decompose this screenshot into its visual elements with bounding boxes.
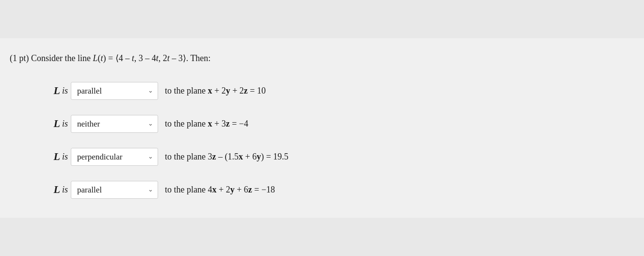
l-symbol-2: L (54, 117, 60, 130)
plane-text-2: to the plane x + 3z = −4 (165, 119, 248, 129)
l-symbol-1: L (54, 84, 60, 97)
plane-text-4: to the plane 4x + 2y + 6z = −18 (165, 185, 275, 195)
dropdown-wrapper-3[interactable]: parallel perpendicular neither ⌄ (71, 148, 158, 166)
dropdown-wrapper-4[interactable]: parallel perpendicular neither ⌄ (71, 181, 158, 199)
problem-row-1: L is parallel perpendicular neither ⌄ to… (39, 77, 625, 104)
is-text-3: is (62, 152, 68, 162)
is-text-2: is (62, 119, 68, 129)
main-container: (1 pt) Consider the line L(t) = ⟨4 – t, … (0, 38, 644, 218)
relationship-select-3[interactable]: parallel perpendicular neither (71, 148, 158, 166)
l-symbol-4: L (54, 183, 60, 196)
rows-container: L is parallel perpendicular neither ⌄ to… (10, 77, 625, 203)
l-is-label-1: L is (39, 84, 68, 97)
l-is-label-4: L is (39, 183, 68, 196)
problem-row-2: L is parallel perpendicular neither ⌄ to… (39, 110, 625, 137)
problem-row-3: L is parallel perpendicular neither ⌄ to… (39, 143, 625, 170)
relationship-select-4[interactable]: parallel perpendicular neither (71, 181, 158, 199)
l-is-label-2: L is (39, 117, 68, 130)
l-is-label-3: L is (39, 150, 68, 163)
dropdown-wrapper-2[interactable]: parallel perpendicular neither ⌄ (71, 115, 158, 133)
is-text-1: is (62, 86, 68, 96)
problem-header: (1 pt) Consider the line L(t) = ⟨4 – t, … (10, 53, 625, 64)
l-symbol-3: L (54, 150, 60, 163)
relationship-select-1[interactable]: parallel perpendicular neither (71, 82, 158, 100)
dropdown-wrapper-1[interactable]: parallel perpendicular neither ⌄ (71, 82, 158, 100)
plane-text-1: to the plane x + 2y + 2z = 10 (165, 86, 266, 96)
is-text-4: is (62, 185, 68, 195)
problem-row-4: L is parallel perpendicular neither ⌄ to… (39, 176, 625, 203)
relationship-select-2[interactable]: parallel perpendicular neither (71, 115, 158, 133)
plane-text-3: to the plane 3z – (1.5x + 6y) = 19.5 (165, 152, 289, 162)
